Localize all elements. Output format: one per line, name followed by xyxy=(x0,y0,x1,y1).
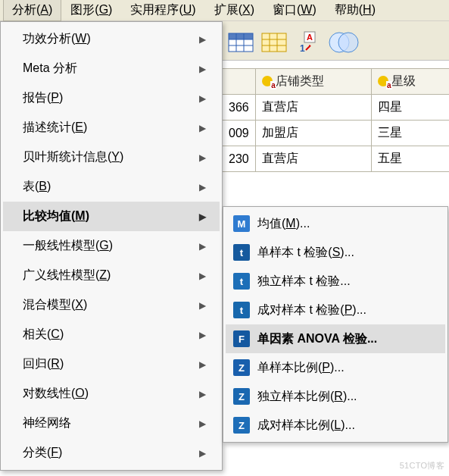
submenu-item-label: 单样本比例(P)... xyxy=(257,360,345,376)
menu-item-label: Meta 分析 xyxy=(23,61,77,77)
menu-item[interactable]: 一般线性模型(G) xyxy=(3,231,220,261)
menu-item-label: 广义线性模型(Z) xyxy=(23,268,111,283)
cell[interactable]: 加盟店 xyxy=(255,121,371,146)
menu-item-label: 相关(C) xyxy=(23,327,64,343)
label-a-icon[interactable]: A 1 xyxy=(294,29,321,56)
menu-item-label: 功效分析(W) xyxy=(23,31,91,47)
menu-item[interactable]: 混合模型(X) xyxy=(3,290,220,320)
data-table: 店铺类型 星级 366 直营店 四星 009 加盟店 三星 230 直营店 五星 xyxy=(223,68,449,172)
menu-item[interactable]: 分类(F) xyxy=(3,438,220,468)
submenu-item[interactable]: Z独立样本比例(R)... xyxy=(226,382,445,411)
menu-item[interactable]: 功效分析(W) xyxy=(3,24,220,54)
svg-rect-6 xyxy=(262,33,286,52)
cell[interactable]: 直营店 xyxy=(255,95,371,121)
menu-label: 图形(G) xyxy=(70,3,112,16)
cell[interactable]: 三星 xyxy=(371,121,449,146)
submenu-item-label: 成对样本 t 检验(P)... xyxy=(257,302,366,318)
table-row[interactable]: 009 加盟店 三星 xyxy=(223,121,449,146)
column-header[interactable]: 星级 xyxy=(371,69,449,95)
grid-yellow-icon[interactable] xyxy=(260,29,288,56)
column-header[interactable]: 店铺类型 xyxy=(255,69,371,95)
menu-item-label: 神经网络 xyxy=(23,415,71,431)
menu-label: 分析(A) xyxy=(12,3,52,16)
menu-item[interactable]: 描述统计(E) xyxy=(3,113,220,142)
statistic-icon: Z xyxy=(233,359,250,376)
table-row[interactable]: 366 直营店 四星 xyxy=(223,95,449,121)
svg-rect-5 xyxy=(229,33,253,39)
menu-item-label: 对数线性(O) xyxy=(23,386,89,402)
menu-item-label: 混合模型(X) xyxy=(23,297,87,313)
cell[interactable]: 五星 xyxy=(371,146,449,172)
submenu-item[interactable]: t单样本 t 检验(S)... xyxy=(226,238,445,267)
statistic-icon: t xyxy=(233,302,250,318)
cell[interactable]: 直营店 xyxy=(255,146,371,172)
table-row[interactable]: 230 直营店 五星 xyxy=(223,146,449,172)
menu-label: 扩展(X) xyxy=(214,3,254,16)
statistic-icon: F xyxy=(233,330,250,347)
svg-text:1: 1 xyxy=(300,43,305,54)
menu-analyze[interactable]: 分析(A) xyxy=(3,0,61,21)
menu-item[interactable]: 报告(P) xyxy=(3,83,220,113)
svg-text:A: A xyxy=(307,33,313,42)
submenu-item[interactable]: Z单样本比例(P)... xyxy=(226,353,445,382)
menu-extensions[interactable]: 扩展(X) xyxy=(205,0,263,21)
menu-window[interactable]: 窗口(W) xyxy=(263,0,326,21)
menu-utilities[interactable]: 实用程序(U) xyxy=(121,0,204,21)
nominal-icon xyxy=(262,76,273,86)
watermark: 51CTO博客 xyxy=(400,460,444,471)
submenu-item[interactable]: t成对样本 t 检验(P)... xyxy=(226,296,445,324)
cell[interactable]: 四星 xyxy=(371,95,449,121)
menu-item[interactable]: 比较均值(M) xyxy=(3,202,220,231)
menu-item[interactable]: 神经网络 xyxy=(3,409,220,438)
cell[interactable]: 009 xyxy=(223,121,255,146)
menu-help[interactable]: 帮助(H) xyxy=(326,0,385,21)
menubar: 分析(A) 图形(G) 实用程序(U) 扩展(X) 窗口(W) 帮助(H) xyxy=(0,0,449,21)
submenu-item-label: 单样本 t 检验(S)... xyxy=(257,245,354,261)
menu-item[interactable]: 贝叶斯统计信息(Y) xyxy=(3,142,220,172)
submenu-item-label: 成对样本比例(L)... xyxy=(257,418,355,434)
menu-item-label: 表(B) xyxy=(23,179,51,195)
submenu-item-label: 独立样本 t 检验... xyxy=(257,274,351,290)
statistic-icon: M xyxy=(233,215,250,232)
menu-item[interactable]: 相关(C) xyxy=(3,320,220,349)
menu-item-label: 分类(F) xyxy=(23,445,62,461)
menu-item-label: 报告(P) xyxy=(23,90,63,106)
menu-label: 实用程序(U) xyxy=(130,3,195,16)
cell[interactable]: 230 xyxy=(223,146,255,172)
menu-item[interactable]: 广义线性模型(Z) xyxy=(3,261,220,290)
cell[interactable]: 366 xyxy=(223,95,255,121)
submenu-item-label: 均值(M)... xyxy=(257,216,310,232)
venn-icon[interactable] xyxy=(327,27,360,58)
menu-item[interactable]: 表(B) xyxy=(3,172,220,202)
menu-item-label: 贝叶斯统计信息(Y) xyxy=(23,149,123,165)
submenu-item[interactable]: M均值(M)... xyxy=(226,209,445,238)
statistic-icon: t xyxy=(233,244,250,261)
menu-item-label: 描述统计(E) xyxy=(23,120,87,136)
menu-graphs[interactable]: 图形(G) xyxy=(61,0,121,21)
analyze-menu: 功效分析(W)Meta 分析报告(P)描述统计(E)贝叶斯统计信息(Y)表(B)… xyxy=(0,21,223,471)
menu-label: 窗口(W) xyxy=(273,3,316,16)
submenu-item[interactable]: Z成对样本比例(L)... xyxy=(226,411,445,440)
menu-item-label: 一般线性模型(G) xyxy=(23,238,113,254)
menu-item-label: 回归(R) xyxy=(23,356,64,372)
nominal-icon xyxy=(378,76,388,86)
submenu-item[interactable]: t独立样本 t 检验... xyxy=(226,267,445,296)
menu-item[interactable]: Meta 分析 xyxy=(3,54,220,83)
svg-point-15 xyxy=(338,33,358,52)
statistic-icon: t xyxy=(233,273,250,290)
statistic-icon: Z xyxy=(233,388,250,405)
menu-item[interactable]: 对数线性(O) xyxy=(3,379,220,409)
menu-label: 帮助(H) xyxy=(335,3,376,16)
submenu-item-label: 独立样本比例(R)... xyxy=(257,389,357,405)
menu-item-label: 比较均值(M) xyxy=(23,208,89,224)
table-header-row: 店铺类型 星级 xyxy=(223,69,449,95)
submenu-item[interactable]: F单因素 ANOVA 检验... xyxy=(226,324,445,353)
compare-means-submenu: M均值(M)...t单样本 t 检验(S)...t独立样本 t 检验...t成对… xyxy=(223,206,448,443)
menu-item[interactable]: 回归(R) xyxy=(3,349,220,379)
statistic-icon: Z xyxy=(233,417,250,434)
data-table-area: 店铺类型 星级 366 直营店 四星 009 加盟店 三星 230 直营店 五星 xyxy=(223,68,449,172)
submenu-item-label: 单因素 ANOVA 检验... xyxy=(257,331,377,347)
grid-blue-icon[interactable] xyxy=(227,29,254,56)
